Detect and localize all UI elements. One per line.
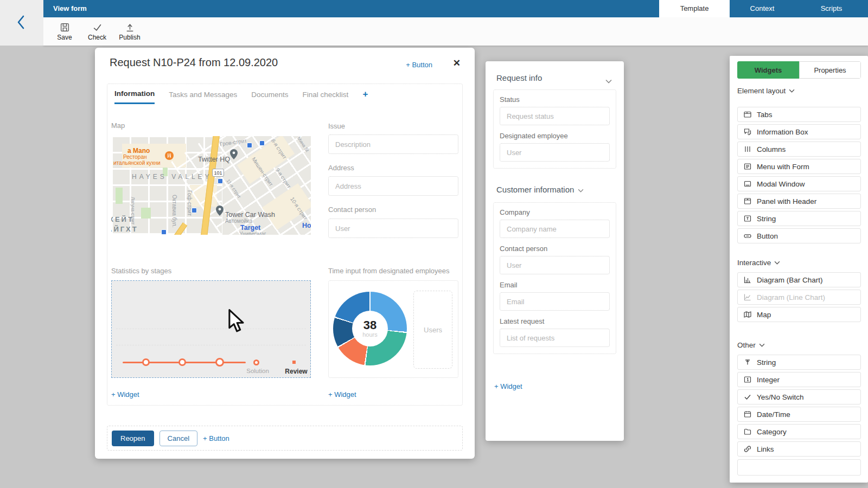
widget-item-menu-with-form[interactable]: Menu with Form [737, 159, 861, 174]
transit-icon [259, 140, 265, 146]
issue-field[interactable]: Description [328, 134, 458, 154]
check-label: Check [88, 34, 106, 41]
map-icon [743, 310, 752, 319]
add-tab-button[interactable]: + [362, 89, 368, 105]
form-tab-documents[interactable]: Documents [251, 91, 288, 104]
reopen-button[interactable]: Reopen [112, 431, 154, 446]
email-label: Email [500, 281, 610, 289]
donut-center: 38 hours [352, 311, 388, 346]
widget-item-modal-window[interactable]: Modal Window [737, 176, 861, 191]
contact-person-field[interactable]: User [328, 219, 458, 238]
back-icon[interactable] [15, 14, 27, 33]
widget-item-columns[interactable]: Columns [737, 142, 861, 157]
widget-item-string-layout[interactable]: String [737, 211, 861, 226]
menu-with-form-icon [743, 162, 752, 171]
address-field[interactable]: Address [328, 176, 458, 196]
contact-person-field-2[interactable]: User [500, 256, 610, 274]
button-icon [743, 232, 752, 240]
add-widget-link-panel[interactable]: + Widget [494, 382, 522, 390]
widget-item-label: Button [757, 232, 778, 240]
stage-label-review: Review [283, 368, 310, 375]
top-bar: View form Template Context Scripts [43, 0, 868, 17]
widget-item-label: Panel with Header [757, 197, 816, 206]
line-chart-widget[interactable]: Solution Review [111, 280, 311, 378]
columns-icon [743, 145, 752, 153]
map-widget[interactable]: 101 a Mano Ресторан итальянской кухни Tw… [111, 136, 311, 235]
publish-button[interactable]: Publish [116, 19, 143, 44]
widget-item-diagram-line[interactable]: Diagram (Line Chart) [737, 290, 861, 305]
tab-properties[interactable]: Properties [799, 61, 861, 79]
modal-window-icon [743, 179, 752, 188]
widget-item-label: String [757, 215, 776, 223]
designated-employee-field[interactable]: User [500, 143, 610, 162]
corner-block [0, 0, 43, 46]
widget-item-button[interactable]: Button [737, 228, 861, 243]
stage-point-square [292, 361, 296, 364]
designated-employee-label: Designated employee [500, 132, 610, 140]
form-preview-modal: Request N10-P24 from 12.09.2020 + Button… [95, 48, 475, 459]
cancel-button[interactable]: Cancel [159, 431, 197, 446]
string-icon [743, 214, 752, 223]
donut-chart: 38 hours [333, 292, 407, 365]
tab-template[interactable]: Template [659, 0, 730, 17]
widget-item-label: Menu with Form [757, 163, 809, 171]
widget-item-category[interactable]: Category [737, 424, 861, 439]
widget-item-yes-no-switch[interactable]: Yes/No Switch [737, 389, 861, 404]
widget-item-tabs[interactable]: Tabs [737, 107, 861, 122]
bar-chart-icon [743, 275, 752, 284]
section-other[interactable]: Other [737, 341, 765, 349]
transit-icon [161, 229, 167, 235]
widget-item-empty[interactable] [737, 459, 861, 476]
chevron-down-icon[interactable] [605, 76, 612, 86]
tab-widgets[interactable]: Widgets [737, 61, 799, 79]
widget-item-links[interactable]: Links [737, 441, 861, 457]
links-icon [743, 445, 752, 453]
save-button[interactable]: Save [51, 19, 78, 44]
close-icon[interactable]: ✕ [453, 57, 461, 69]
chevron-down-icon [759, 343, 765, 347]
section-interactive[interactable]: Interactive [737, 259, 780, 267]
widget-item-label: Category [757, 428, 787, 436]
add-footer-button-link[interactable]: + Button [203, 434, 229, 442]
donut-center-value: 38 [363, 319, 376, 331]
latest-request-field[interactable]: List of requests [500, 329, 610, 347]
status-field[interactable]: Request status [500, 107, 610, 125]
datetime-icon [743, 410, 752, 419]
map-label-target: Target [240, 224, 260, 232]
tab-scripts[interactable]: Scripts [795, 0, 868, 17]
switch-icon [743, 393, 752, 401]
map-widget-label: Map [111, 121, 125, 130]
request-info-group[interactable]: Status Request status Designated employe… [493, 89, 616, 169]
widget-item-panel-with-header[interactable]: Panel with Header [737, 194, 861, 209]
widget-item-information-box[interactable]: Information Box [737, 124, 861, 139]
section-other-text: Other [737, 341, 756, 349]
tab-context[interactable]: Context [730, 0, 795, 17]
email-field[interactable]: Email [500, 292, 610, 311]
donut-legend-placeholder[interactable]: Users [413, 291, 452, 369]
add-header-button-link[interactable]: + Button [406, 61, 432, 69]
section-element-layout[interactable]: Element layout [737, 87, 795, 95]
stage-marker [178, 358, 186, 366]
widget-item-map[interactable]: Map [737, 307, 861, 322]
add-widget-link-right[interactable]: + Widget [328, 390, 356, 399]
mouse-cursor-icon [227, 309, 247, 335]
twitter-pin-icon [230, 149, 238, 162]
customer-information-group[interactable]: Company Company name Contact person User… [493, 202, 616, 354]
save-label: Save [57, 34, 72, 41]
status-label: Status [500, 95, 610, 104]
widget-item-string-other[interactable]: String [737, 355, 861, 370]
donut-chart-widget[interactable]: 38 hours Users [328, 280, 458, 378]
restaurant-pin-icon [165, 151, 174, 162]
widget-item-diagram-bar[interactable]: Diagram (Bar Chart) [737, 272, 861, 287]
company-field[interactable]: Company name [500, 220, 610, 238]
form-tab-tasks[interactable]: Tasks and Messages [169, 91, 237, 104]
widget-item-date-time[interactable]: Date/Time [737, 407, 861, 422]
text-icon [743, 358, 752, 367]
form-tab-final-checklist[interactable]: Final checklist [303, 91, 349, 104]
stage-marker [142, 358, 150, 366]
add-widget-link-left[interactable]: + Widget [111, 390, 139, 399]
widget-item-integer[interactable]: Integer [737, 372, 861, 387]
check-button[interactable]: Check [84, 19, 111, 44]
publish-label: Publish [119, 34, 140, 41]
form-tab-information[interactable]: Information [114, 89, 155, 104]
